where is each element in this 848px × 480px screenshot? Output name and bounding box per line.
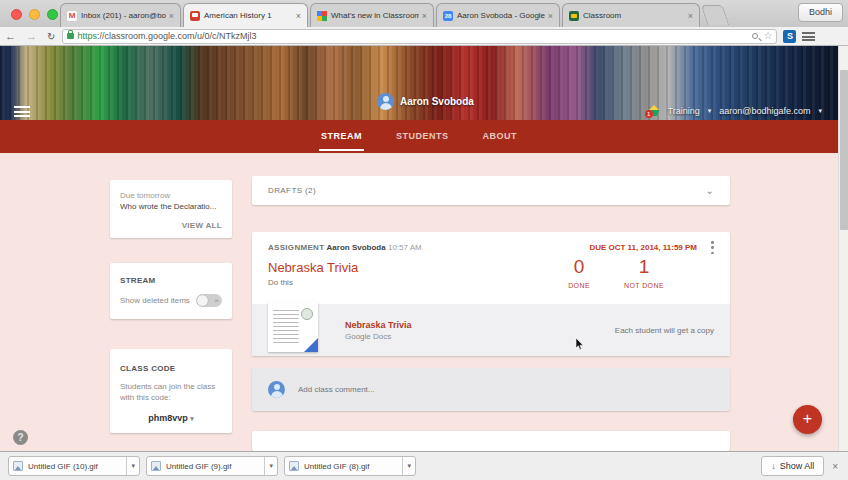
window-close-button[interactable]	[11, 9, 22, 20]
account-email-menu[interactable]: aaron@bodhigafe.com	[719, 106, 810, 116]
drafts-label: DRAFTS (2)	[268, 186, 316, 195]
apps-icon[interactable]: 1	[648, 105, 660, 116]
page-scrollbar[interactable]	[838, 46, 848, 451]
class-theme-banner: Aaron Svoboda 1 Training ▾ aaron@bodhiga…	[0, 46, 848, 120]
class-owner-chip: Aaron Svoboda	[377, 93, 474, 110]
new-tab-button[interactable]	[701, 5, 729, 25]
class-code-value: phm8vvp	[148, 413, 188, 423]
browser-tab-strip: M Inbox (201) - aaron@bodhi × American H…	[0, 0, 848, 27]
tab-classroom[interactable]: Classroom ×	[562, 3, 700, 27]
stream-card-title: STREAM	[120, 276, 222, 285]
url-scheme: https	[77, 31, 97, 41]
docs-fold-icon	[304, 338, 318, 352]
download-caret-icon[interactable]: ▾	[264, 457, 273, 475]
assignment-time: 10:57 AM	[388, 243, 422, 252]
doc-seal-icon	[301, 308, 313, 320]
browser-toolbar: ← → ↻ https://classroom.google.com/u/0/c…	[0, 27, 848, 46]
classroom-class-icon	[190, 11, 200, 21]
tab-close-icon[interactable]: ×	[293, 11, 301, 21]
download-caret-icon[interactable]: ▾	[126, 457, 135, 475]
header-account-area: 1 Training ▾ aaron@bodhigafe.com ▾	[648, 105, 822, 116]
calendar-icon: 28	[443, 11, 453, 21]
toggle-off-icon: ×	[214, 294, 219, 307]
classroom-menu-icon[interactable]	[14, 106, 30, 117]
download-item[interactable]: Untitled GIF (9).gif ▾	[146, 456, 278, 476]
tab-title: Classroom	[579, 11, 685, 20]
gmail-icon: M	[67, 11, 77, 21]
class-code-dropdown[interactable]: phm8vvp ▾	[120, 413, 222, 423]
tab-students[interactable]: STUDENTS	[394, 120, 451, 153]
close-downloads-icon[interactable]: ×	[824, 461, 848, 472]
search-icon[interactable]	[752, 33, 758, 39]
mouse-cursor	[575, 338, 584, 351]
downloads-bar: Untitled GIF (10).gif ▾ Untitled GIF (9)…	[0, 451, 848, 480]
download-caret-icon[interactable]: ▾	[402, 457, 411, 475]
tab-whats-new[interactable]: What's new in Classroom ×	[310, 3, 434, 27]
tab-calendar[interactable]: 28 Aaron Svoboda - Google A ×	[436, 3, 560, 27]
training-menu[interactable]: Training	[668, 106, 700, 116]
show-all-downloads-button[interactable]: ↓ Show All	[761, 456, 824, 476]
tab-close-icon[interactable]: ×	[685, 11, 693, 21]
window-minimize-button[interactable]	[29, 9, 40, 20]
class-comment-bar[interactable]: Add class comment...	[252, 368, 730, 411]
extension-icon[interactable]: S	[783, 30, 796, 43]
comment-input[interactable]: Add class comment...	[298, 385, 374, 394]
window-zoom-button[interactable]	[47, 9, 58, 20]
tab-american-history[interactable]: American History 1 ×	[183, 3, 308, 27]
reload-button[interactable]: ↻	[42, 31, 60, 42]
chrome-menu-icon[interactable]	[802, 32, 815, 41]
tab-inbox[interactable]: M Inbox (201) - aaron@bodhi ×	[60, 3, 181, 27]
download-filename: Untitled GIF (10).gif	[23, 462, 126, 471]
view-all-button[interactable]: VIEW ALL	[182, 221, 222, 230]
forward-button[interactable]: →	[21, 27, 42, 46]
show-deleted-label: Show deleted items	[120, 296, 190, 305]
tab-close-icon[interactable]: ×	[545, 11, 553, 21]
assignment-card: ASSIGNMENT Aaron Svoboda 10:57 AM DUE OC…	[252, 232, 730, 356]
show-all-label: Show All	[780, 457, 815, 475]
upcoming-card: Due tomorrow Who wrote the Declaratio...…	[110, 180, 232, 238]
url-text: ://classroom.google.com/u/0/c/NTkzMjl3	[97, 31, 257, 41]
show-deleted-toggle[interactable]: ×	[196, 294, 222, 307]
help-button[interactable]: ?	[13, 430, 28, 445]
assignment-author: Aaron Svoboda	[327, 243, 386, 252]
classroom-icon	[569, 11, 579, 21]
class-code-desc: Students can join the class	[120, 381, 222, 392]
tab-close-icon[interactable]: ×	[166, 11, 174, 21]
screen: M Inbox (201) - aaron@bodhi × American H…	[0, 0, 848, 480]
assignment-due-date: DUE OCT 11, 2014, 11:59 PM	[589, 243, 697, 252]
chevron-down-icon[interactable]: ⌄	[706, 185, 714, 196]
address-bar[interactable]: https://classroom.google.com/u/0/c/NTkzM…	[62, 29, 777, 44]
drafts-bar[interactable]: DRAFTS (2) ⌄	[252, 176, 730, 205]
user-avatar	[268, 381, 285, 398]
upcoming-assignment-link[interactable]: Who wrote the Declaratio...	[120, 201, 222, 212]
download-item[interactable]: Untitled GIF (8).gif ▾	[284, 456, 416, 476]
done-count: 0	[568, 256, 590, 278]
owner-name: Aaron Svoboda	[400, 96, 474, 107]
not-done-stat[interactable]: 1 NOT DONE	[624, 256, 664, 289]
done-stat[interactable]: 0 DONE	[568, 256, 590, 289]
kebab-menu-icon[interactable]	[711, 241, 714, 254]
attachment-row[interactable]: Nebraska Trivia Google Docs Each student…	[252, 304, 730, 356]
download-item[interactable]: Untitled GIF (10).gif ▾	[8, 456, 140, 476]
assignment-description: Do this	[268, 278, 293, 287]
download-filename: Untitled GIF (9).gif	[161, 462, 264, 471]
image-file-icon	[151, 461, 161, 471]
attachment-kind: Google Docs	[345, 332, 412, 341]
image-file-icon	[289, 461, 299, 471]
assignment-type-label: ASSIGNMENT	[268, 243, 324, 252]
done-label: DONE	[568, 282, 590, 289]
tab-about[interactable]: ABOUT	[481, 120, 520, 153]
bookmark-star-icon[interactable]: ☆	[763, 31, 772, 41]
back-button[interactable]: ←	[0, 27, 21, 46]
add-assignment-fab[interactable]: +	[793, 405, 822, 434]
due-label: Due tomorrow	[120, 190, 222, 201]
attachment-title-link[interactable]: Nebraska Trivia	[345, 320, 412, 330]
chevron-down-icon: ▾	[708, 107, 712, 115]
tab-close-icon[interactable]: ×	[419, 11, 427, 21]
scrollbar-thumb[interactable]	[840, 70, 848, 230]
chrome-profile-button[interactable]: Bodhi	[798, 3, 843, 22]
assignment-title-link[interactable]: Nebraska Trivia	[268, 260, 358, 275]
not-done-label: NOT DONE	[624, 282, 664, 289]
doc-thumbnail[interactable]	[268, 302, 318, 352]
tab-stream[interactable]: STREAM	[319, 120, 364, 153]
